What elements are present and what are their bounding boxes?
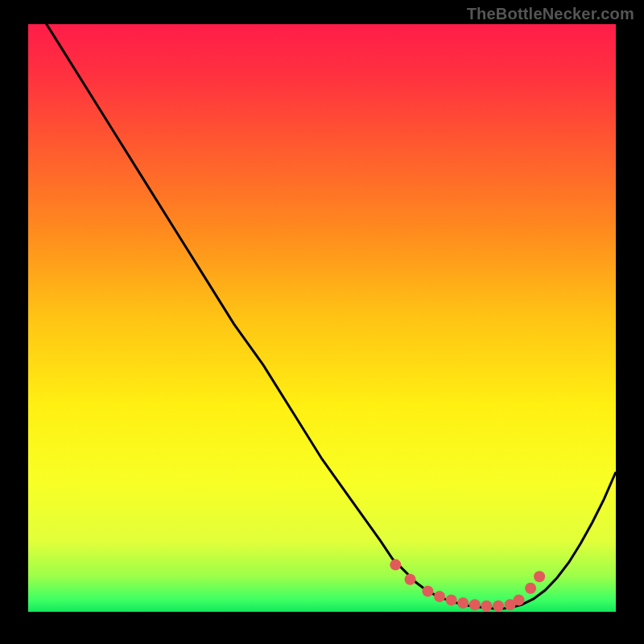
bottleneck-chart xyxy=(0,0,644,644)
highlight-dot xyxy=(469,599,481,610)
highlight-dot xyxy=(514,594,525,605)
highlight-dot xyxy=(525,583,536,594)
highlight-dot xyxy=(422,585,433,597)
highlight-dot xyxy=(481,601,492,612)
highlight-dot xyxy=(457,597,469,609)
gradient-background xyxy=(28,24,616,612)
highlight-dot xyxy=(493,601,504,612)
highlight-dot xyxy=(434,591,445,602)
highlight-dot xyxy=(446,594,457,605)
highlight-dot xyxy=(534,571,545,582)
highlight-dot xyxy=(390,559,401,571)
highlight-dot xyxy=(405,574,416,585)
